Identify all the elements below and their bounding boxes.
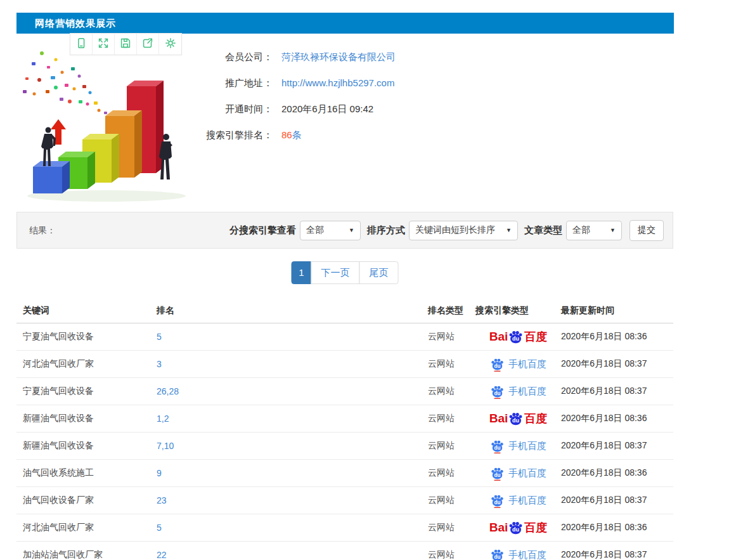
table-row: 油气回收系统施工9云网站du手机百度2020年6月18日 08:36 — [16, 460, 673, 487]
cell-updated: 2020年6月18日 08:37 — [561, 358, 667, 370]
engine-select-value: 全部 — [306, 225, 324, 236]
baidu-mobile-logo[interactable]: du手机百度 — [490, 493, 546, 508]
cell-engine: du手机百度 — [475, 357, 561, 372]
result-label: 结果： — [29, 212, 56, 248]
page-header: 网络营销效果展示 — [16, 13, 674, 34]
cell-keyword: 油气回收系统施工 — [16, 467, 157, 479]
header-updated: 最新更新时间 — [561, 305, 667, 316]
header-keyword: 关键词 — [16, 305, 157, 316]
article-select-value: 全部 — [572, 225, 590, 236]
baidu-mobile-label: 手机百度 — [508, 386, 546, 398]
bar-blue — [33, 161, 70, 193]
engine-select[interactable]: 全部 ▼ — [300, 221, 361, 240]
table-row: 加油站油气回收厂家22云网站du手机百度2020年6月18日 08:37 — [16, 542, 673, 560]
svg-text:du: du — [494, 472, 500, 478]
open-time-value: 2020年6月16日 09:42 — [281, 103, 373, 115]
last-page-button[interactable]: 尾页 — [359, 261, 399, 284]
table-row: 河北油气回收厂家3云网站du手机百度2020年6月18日 08:37 — [16, 351, 673, 378]
promo-url-label: 推广地址： — [127, 77, 273, 89]
rank-count-label: 搜索引擎排名： — [127, 129, 273, 141]
cell-keyword: 油气回收设备厂家 — [16, 495, 157, 506]
cell-updated: 2020年6月18日 08:37 — [561, 440, 667, 452]
submit-button[interactable]: 提交 — [629, 220, 664, 241]
table-row: 河北油气回收厂家5云网站Baidu百度2020年6月18日 08:36 — [16, 514, 673, 542]
cell-engine: Baidu百度 — [475, 411, 561, 427]
header-rank: 排名 — [157, 305, 428, 316]
article-type-select[interactable]: 全部 ▼ — [566, 221, 622, 240]
cell-engine: Baidu百度 — [475, 520, 561, 536]
cell-updated: 2020年6月18日 08:37 — [561, 549, 667, 560]
cell-rank[interactable]: 1,2 — [157, 413, 428, 424]
cell-rank-type: 云网站 — [428, 358, 475, 370]
baidu-logo-text: Bai — [489, 412, 508, 426]
cell-rank[interactable]: 23 — [157, 495, 428, 505]
baidu-mobile-logo[interactable]: du手机百度 — [490, 384, 546, 399]
cell-rank[interactable]: 7,10 — [157, 441, 428, 451]
table-row: 新疆油气回收设备1,2云网站Baidu百度2020年6月18日 08:36 — [16, 405, 673, 433]
hero-illustration — [18, 44, 190, 203]
svg-text:du: du — [494, 554, 500, 559]
pagination: 1 下一页 尾页 — [292, 261, 399, 284]
sort-select-value: 关键词由短到长排序 — [415, 225, 495, 236]
cell-updated: 2020年6月18日 08:37 — [561, 495, 667, 506]
cell-keyword: 宁夏油气回收设备 — [16, 386, 157, 397]
svg-text:du: du — [512, 526, 519, 533]
cell-updated: 2020年6月18日 08:36 — [561, 413, 667, 424]
cell-updated: 2020年6月18日 08:37 — [561, 386, 667, 397]
cell-rank[interactable]: 9 — [157, 468, 428, 478]
chevron-down-icon: ▼ — [506, 227, 512, 233]
baidu-mobile-logo[interactable]: du手机百度 — [490, 466, 546, 481]
open-time-label: 开通时间： — [127, 103, 273, 115]
person-left — [41, 127, 56, 167]
cell-rank[interactable]: 26,28 — [157, 386, 428, 396]
next-page-button[interactable]: 下一页 — [311, 261, 360, 284]
baidu-pc-logo[interactable]: Baidu百度 — [489, 520, 548, 536]
cell-rank-type: 云网站 — [428, 386, 475, 397]
results-table: 关键词 排名 排名类型 搜索引擎类型 最新更新时间 宁夏油气回收设备5云网站Ba… — [16, 298, 673, 560]
baidu-mobile-label: 手机百度 — [508, 358, 546, 370]
baidu-pc-logo[interactable]: Baidu百度 — [489, 411, 548, 427]
chevron-down-icon: ▼ — [349, 227, 354, 233]
svg-text:du: du — [494, 499, 500, 505]
cell-rank[interactable]: 3 — [157, 359, 428, 369]
rank-count-value: 86 — [281, 129, 292, 140]
cell-rank-type: 云网站 — [428, 495, 475, 506]
svg-text:du: du — [512, 335, 519, 342]
article-filter-label: 文章类型 — [524, 225, 562, 237]
header-engine-type: 搜索引擎类型 — [475, 305, 561, 316]
svg-text:du: du — [494, 363, 500, 368]
cell-rank[interactable]: 22 — [157, 550, 428, 560]
table-body: 宁夏油气回收设备5云网站Baidu百度2020年6月18日 08:36河北油气回… — [16, 323, 673, 560]
cell-keyword: 河北油气回收厂家 — [16, 522, 157, 533]
baidu-logo-text: Bai — [489, 330, 508, 344]
cell-updated: 2020年6月18日 08:36 — [561, 331, 667, 342]
baidu-mobile-logo[interactable]: du手机百度 — [490, 357, 546, 372]
cell-rank-type: 云网站 — [428, 467, 475, 479]
info-row-rank-count: 搜索引擎排名： 86条 — [127, 129, 533, 141]
chevron-down-icon: ▼ — [610, 227, 616, 233]
table-row: 油气回收设备厂家23云网站du手机百度2020年6月18日 08:37 — [16, 487, 673, 514]
baidu-logo-cn: 百度 — [524, 520, 547, 535]
info-row-opened: 开通时间： 2020年6月16日 09:42 — [127, 103, 533, 115]
sort-select[interactable]: 关键词由短到长排序 ▼ — [409, 221, 518, 240]
cell-keyword: 新疆油气回收设备 — [16, 440, 157, 452]
table-row: 新疆油气回收设备7,10云网站du手机百度2020年6月18日 08:37 — [16, 433, 673, 460]
table-row: 宁夏油气回收设备26,28云网站du手机百度2020年6月18日 08:37 — [16, 378, 673, 405]
cell-rank-type: 云网站 — [428, 331, 475, 342]
company-label: 会员公司： — [127, 51, 273, 63]
baidu-mobile-logo[interactable]: du手机百度 — [490, 548, 546, 560]
cell-engine: du手机百度 — [475, 548, 561, 560]
page-1-button[interactable]: 1 — [292, 261, 312, 284]
cell-engine: du手机百度 — [475, 466, 561, 481]
promo-url-link[interactable]: http://www.hzjlhb5297.com — [281, 77, 394, 88]
company-link[interactable]: 菏泽玖禄环保设备有限公司 — [281, 51, 396, 63]
baidu-mobile-logo[interactable]: du手机百度 — [490, 439, 546, 453]
confetti — [23, 51, 110, 118]
table-header-row: 关键词 排名 排名类型 搜索引擎类型 最新更新时间 — [16, 298, 673, 323]
cell-rank-type: 云网站 — [428, 549, 475, 560]
filter-bar: 结果： 分搜索引擎查看 全部 ▼ 排序方式 关键词由短到长排序 ▼ 文章类型 全… — [16, 212, 673, 249]
baidu-logo-cn: 百度 — [524, 329, 547, 344]
cell-rank[interactable]: 5 — [157, 332, 428, 342]
baidu-pc-logo[interactable]: Baidu百度 — [489, 329, 548, 345]
cell-rank[interactable]: 5 — [157, 523, 428, 533]
